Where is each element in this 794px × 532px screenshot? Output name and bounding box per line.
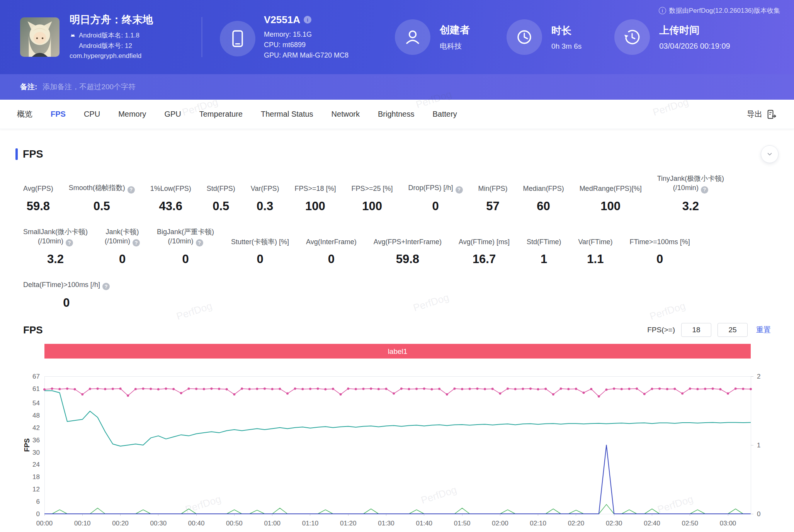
y-axis-title-left: FPS — [23, 439, 31, 452]
series-fps-dot — [636, 388, 638, 390]
help-icon[interactable]: ? — [196, 239, 203, 246]
tab-memory[interactable]: Memory — [118, 110, 146, 119]
series-jank — [44, 445, 751, 514]
series-fps-dot — [613, 388, 615, 390]
device-info-icon[interactable]: i — [304, 16, 311, 24]
tab-brightness[interactable]: Brightness — [378, 110, 415, 119]
collapse-section-button[interactable] — [761, 145, 779, 163]
note-bar[interactable]: 备注: 添加备注，不超过200个字符 — [0, 74, 794, 100]
series-fps-dot — [127, 394, 129, 397]
creator-info: 创建者 电科技 — [395, 19, 470, 55]
series-fps-dot — [583, 392, 585, 394]
y-left-tick: 12 — [32, 486, 40, 493]
fps-threshold-low-input[interactable] — [681, 323, 711, 337]
note-label: 备注: — [20, 82, 37, 92]
metric-value: 0 — [328, 252, 335, 266]
series-fps-dot — [324, 388, 326, 391]
series-fps-dot — [537, 388, 539, 391]
metric-value: 59.8 — [396, 252, 419, 266]
series-fps-dot — [271, 388, 274, 390]
metric-value: 0.5 — [213, 199, 229, 213]
metric-value: 100 — [362, 199, 382, 213]
app-info: 明日方舟：终末地 Android版本名: 1.1.8 Android版本号: 1… — [20, 13, 202, 61]
chevron-down-icon — [766, 151, 773, 158]
x-tick: 02:30 — [606, 520, 622, 527]
tab-fps[interactable]: FPS — [51, 110, 66, 119]
x-tick: 01:20 — [340, 520, 357, 527]
metric-avg-fps-interframe: Avg(FPS+InterFrame) 59.8 — [374, 237, 442, 266]
reset-link[interactable]: 重置 — [756, 325, 771, 335]
duration-value: 0h 3m 6s — [551, 42, 581, 51]
series-fps-dot — [286, 393, 289, 395]
collect-info-text: 数据由PerfDog(12.0.260136)版本收集 — [669, 6, 780, 15]
metric-value: 16.7 — [473, 252, 496, 266]
note-placeholder[interactable]: 添加备注，不超过200个字符 — [43, 82, 136, 92]
help-icon[interactable]: ? — [701, 186, 708, 194]
series-fps-dot — [309, 388, 311, 390]
metric-value: 0.5 — [94, 199, 110, 213]
metric-min-fps: Min(FPS) 57 — [478, 184, 508, 213]
series-fps-dot — [340, 393, 342, 396]
series-fps-dot — [750, 388, 752, 390]
tab-gpu[interactable]: GPU — [164, 110, 181, 119]
help-icon[interactable]: ? — [66, 239, 73, 246]
export-icon — [766, 109, 777, 120]
metric-delta-ftime: Delta(FTime)>100ms [/h]? 0 — [23, 280, 110, 310]
series-fps-dot — [218, 388, 220, 390]
series-fps-dot — [226, 388, 228, 391]
help-icon[interactable]: ? — [133, 239, 140, 246]
tab-temperature[interactable]: Temperature — [199, 110, 243, 119]
help-icon[interactable]: ? — [128, 186, 135, 194]
series-fps-dot — [51, 388, 53, 390]
series-fps-dot — [188, 388, 190, 390]
metrics-row-2: SmallJank(微小卡顿) (/10min)? 3.2 Jank(卡顿) (… — [23, 227, 771, 267]
tab-network[interactable]: Network — [332, 110, 360, 119]
tab-thermal-status[interactable]: Thermal Status — [261, 110, 313, 119]
help-icon[interactable]: ? — [102, 283, 110, 290]
metric-value: 3.2 — [47, 252, 64, 266]
upload-info: 上传时间 03/04/2026 00:19:09 — [614, 19, 730, 55]
history-icon — [614, 19, 650, 55]
export-button[interactable]: 导出 — [747, 109, 777, 120]
y-left-tick: 67 — [32, 373, 40, 380]
clock-icon — [507, 19, 542, 55]
help-icon[interactable]: ? — [456, 186, 463, 194]
x-tick: 03:00 — [720, 520, 736, 527]
metric-value: 0 — [63, 296, 70, 310]
series-fps-dot — [560, 388, 562, 390]
series-fps-dot — [112, 388, 114, 390]
x-tick: 02:00 — [492, 520, 508, 527]
series-fps-dot — [423, 388, 425, 390]
upload-value: 03/04/2026 00:19:09 — [659, 42, 730, 51]
series-fps-dot — [590, 388, 592, 390]
series-fps-dot — [150, 388, 152, 390]
y-left-tick: 48 — [32, 412, 40, 419]
series-fps-dot — [734, 388, 737, 390]
fps-chart[interactable]: label1061218243036424854616701200:0000:1… — [23, 344, 771, 529]
metric-smooth: Smooth(稳帧指数)? 0.5 — [69, 183, 135, 213]
series-fps-dot — [195, 388, 197, 390]
x-tick: 01:10 — [302, 520, 319, 527]
tab-cpu[interactable]: CPU — [84, 110, 100, 119]
fps-threshold-high-input[interactable] — [717, 323, 748, 337]
metric-value: 1 — [541, 252, 547, 266]
metric-std-fps: Std(FPS) 0.5 — [207, 184, 235, 213]
series-fps-dot — [552, 393, 554, 396]
series-fps-dot — [446, 393, 448, 396]
metric-avg-ftime: Avg(FTime) [ms] 16.7 — [459, 237, 510, 266]
series-fps-dot — [355, 388, 357, 390]
duration-label: 时长 — [551, 24, 581, 37]
duration-info: 时长 0h 3m 6s — [507, 19, 581, 55]
app-avatar — [20, 17, 60, 57]
x-tick: 01:50 — [454, 520, 471, 527]
metric-value: 3.2 — [682, 199, 699, 213]
series-fps-dot — [104, 388, 106, 390]
metric-value: 0.3 — [257, 199, 273, 213]
tab-battery[interactable]: Battery — [432, 110, 457, 119]
x-tick: 02:10 — [530, 520, 546, 527]
device-gpu: GPU: ARM Mali-G720 MC8 — [264, 50, 349, 61]
tab-overview[interactable]: 概览 — [17, 109, 32, 119]
android-version-code: Android版本号: 12 — [79, 41, 132, 51]
series-fps-dot — [621, 388, 623, 390]
y-right-tick: 0 — [757, 510, 760, 518]
